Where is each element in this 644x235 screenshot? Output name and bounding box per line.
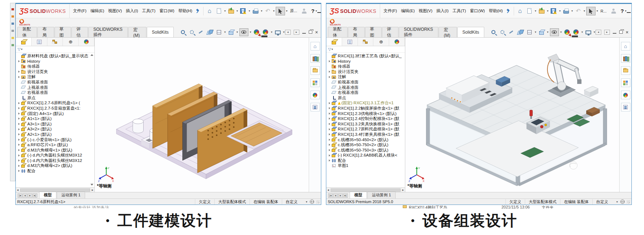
view-palette-icon[interactable] — [311, 78, 320, 87]
open-icon[interactable] — [227, 6, 235, 16]
globe-icon[interactable] — [620, 200, 625, 204]
tree-item[interactable]: (-) RXCX[1].2.6ABB机器人模块< — [326, 153, 405, 158]
command-tab[interactable]: 装配体 — [17, 27, 37, 37]
dropdown-caret-icon[interactable]: ▾ — [535, 9, 536, 13]
globe-icon[interactable] — [310, 200, 314, 204]
expand-arrow-icon[interactable] — [17, 122, 21, 126]
view-settings-icon[interactable] — [274, 28, 282, 37]
dropdown-caret-icon[interactable]: ▾ — [547, 30, 549, 34]
dropdown-caret-icon[interactable]: ▾ — [261, 9, 262, 13]
dropdown-caret-icon[interactable]: ▾ — [594, 30, 595, 34]
document-tab[interactable]: 模型 — [350, 192, 367, 198]
expand-arrow-icon[interactable] — [17, 75, 21, 79]
expand-arrow-icon[interactable] — [17, 96, 21, 100]
scrollbar-thumb[interactable] — [331, 188, 401, 192]
expand-arrow-icon[interactable] — [17, 143, 21, 147]
menu-item[interactable]: 编辑(E) — [401, 8, 415, 14]
zoom-area-icon[interactable] — [188, 28, 196, 37]
tree-item[interactable]: 设计活页夹 — [326, 69, 405, 75]
appearances-icon[interactable] — [621, 91, 630, 99]
expand-arrow-icon[interactable] — [17, 138, 21, 142]
tree-item[interactable]: A3<1> (默认) — [16, 121, 94, 127]
tree-item[interactable]: History — [326, 59, 405, 64]
dock-right-icon[interactable]: ▸ — [294, 30, 299, 35]
file-explorer-icon[interactable] — [311, 66, 320, 75]
tree-item[interactable]: RXCX[1].2.3供电模块<1> (默认) — [326, 111, 405, 116]
nav-last-icon[interactable]: ▸| — [33, 193, 37, 198]
nav-prev-icon[interactable]: ◂ — [333, 193, 338, 198]
command-tab[interactable]: 评估 — [71, 27, 88, 37]
expand-arrow-icon[interactable] — [328, 133, 331, 136]
dropdown-caret-icon[interactable]: ▾ — [273, 9, 275, 13]
select-tool-icon[interactable] — [586, 7, 596, 15]
expand-arrow-icon[interactable] — [328, 59, 331, 63]
command-tab[interactable]: SOLIDWORKS 插件 — [88, 27, 128, 37]
menu-item[interactable]: 插入(I) — [126, 8, 139, 14]
undo-icon[interactable]: ↶ — [263, 6, 272, 16]
expand-arrow-icon[interactable] — [328, 143, 331, 147]
tab-propertymanager[interactable] — [32, 38, 47, 46]
dropdown-caret-icon[interactable]: ▾ — [271, 30, 272, 34]
help-button[interactable]: ? — [311, 8, 314, 14]
view-settings-icon[interactable] — [584, 28, 592, 37]
expand-arrow-icon[interactable] — [17, 106, 21, 110]
zoom-fit-icon[interactable] — [179, 28, 187, 37]
tree-item[interactable]: RXCX[1].2.7原料托盘模块<1> (默 — [326, 126, 405, 132]
menu-item[interactable]: 插入(I) — [436, 8, 449, 14]
tree-scroll-up-icon[interactable] — [90, 54, 93, 56]
tab-dimxpert[interactable]: ⊕ — [63, 38, 79, 46]
dropdown-caret-icon[interactable]: ▾ — [237, 30, 238, 34]
dropdown-caret-icon[interactable]: ▾ — [237, 9, 238, 13]
tree-item[interactable]: (固定) A4<1> (默认) — [16, 111, 94, 116]
tree-item[interactable]: RXCX[1].3.4打磨夹具模块<1> (默 — [326, 132, 405, 137]
tab-configurationmanager[interactable] — [47, 38, 63, 46]
dropdown-caret-icon[interactable]: ▾ — [316, 9, 317, 13]
tree-scroll-down-icon[interactable] — [90, 184, 93, 186]
expand-arrow-icon[interactable] — [17, 154, 21, 157]
scroll-left-icon[interactable]: ◂ — [16, 188, 20, 192]
design-library-icon[interactable] — [621, 54, 630, 63]
tree-item[interactable]: A3<2> (默认) — [16, 126, 94, 132]
menu-item[interactable]: 窗口(W) — [470, 8, 485, 14]
expand-arrow-icon[interactable] — [17, 169, 21, 173]
doc-restore-icon[interactable] — [309, 30, 312, 34]
command-tab[interactable]: 布局 — [348, 27, 364, 37]
tree-item[interactable]: d.M3六角螺母<1> (默认) — [16, 148, 94, 153]
tree-item[interactable]: 前视基准面 — [326, 80, 405, 85]
expand-arrow-icon[interactable] — [17, 59, 21, 63]
status-custom[interactable]: 自定义 — [282, 199, 305, 205]
tab-configurationmanager[interactable] — [358, 38, 374, 46]
tree-item[interactable]: 传感器 — [326, 64, 405, 69]
doc-minimize-icon[interactable] — [613, 33, 616, 34]
tree-item[interactable]: (-) c.小爱音响<1> (默认) — [16, 137, 94, 143]
save-icon[interactable] — [550, 6, 558, 16]
dropdown-caret-icon[interactable]: ▾ — [249, 9, 250, 13]
dropdown-caret-icon[interactable]: ▾ — [286, 9, 288, 13]
print-icon[interactable] — [251, 6, 260, 16]
command-tab[interactable]: 布局 — [37, 27, 54, 37]
expand-arrow-icon[interactable] — [328, 117, 331, 120]
command-tab[interactable]: 宏(M) — [128, 27, 146, 37]
tree-item[interactable]: RXCX[1].2.7-6原料托盘<1> ( — [16, 100, 94, 106]
viewport-3d[interactable]: Y X Z *等轴测 — [95, 38, 309, 192]
tab-featuremanager[interactable] — [16, 38, 32, 46]
menu-item[interactable]: 视图(V) — [108, 8, 122, 14]
nav-next-icon[interactable]: ▸ — [28, 193, 32, 198]
menu-item[interactable]: 视图(V) — [418, 8, 433, 14]
dropdown-caret-icon[interactable]: ▾ — [571, 9, 573, 13]
expand-arrow-icon[interactable] — [328, 64, 331, 68]
menu-item[interactable]: 编辑(E) — [90, 8, 104, 14]
dropdown-caret-icon[interactable]: ▾ — [559, 9, 561, 13]
dropdown-caret-icon[interactable]: ▾ — [616, 200, 618, 203]
dropdown-caret-icon[interactable]: ▾ — [250, 30, 251, 34]
expand-arrow-icon[interactable] — [17, 64, 21, 68]
new-document-icon[interactable] — [525, 6, 534, 16]
dropdown-caret-icon[interactable]: ▾ — [224, 9, 226, 13]
file-explorer-icon[interactable] — [621, 66, 630, 75]
task-home-icon[interactable]: ⌂ — [311, 42, 320, 51]
nav-last-icon[interactable]: ▸| — [343, 193, 348, 198]
dropdown-caret-icon[interactable]: ▾ — [535, 30, 536, 34]
tab-displaymanager[interactable] — [389, 38, 405, 46]
expand-arrow-icon[interactable] — [328, 138, 331, 142]
command-tab[interactable]: SOLIDWORKS 插件 — [399, 27, 438, 37]
